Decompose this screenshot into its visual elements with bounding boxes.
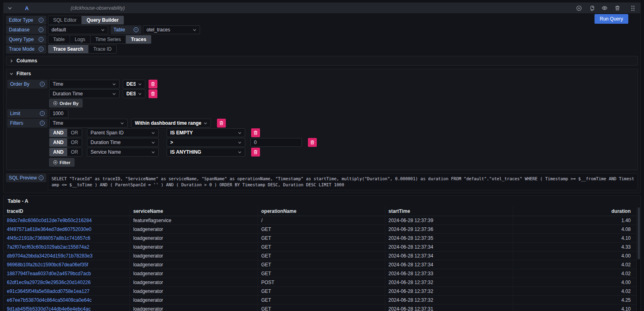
service-name-cell: loadgenerator xyxy=(130,287,258,295)
filter-field-select[interactable]: Duration Time xyxy=(87,138,159,147)
plus-circle-icon xyxy=(53,101,58,105)
editor-type-query-builder[interactable]: Query Builder xyxy=(82,16,123,24)
trace-mode-trace-id[interactable]: Trace ID xyxy=(89,45,117,53)
remove-filter-button[interactable] xyxy=(308,138,317,147)
add-order-by-button[interactable]: Order By xyxy=(49,99,83,107)
remove-order-by-button[interactable] xyxy=(149,80,157,89)
column-header-duration[interactable]: duration xyxy=(513,206,636,216)
info-icon[interactable] xyxy=(39,27,43,32)
filter-operator-select[interactable]: IS ANYTHING xyxy=(167,148,245,157)
column-header-operationname[interactable]: operationName xyxy=(258,206,385,216)
trace-id-link[interactable]: 1887794f7eaa6037d0e2a4579bcd7acb xyxy=(7,271,91,276)
filter-field-select[interactable]: Service Name xyxy=(87,148,159,157)
trace-id-link[interactable]: 7a2f07ecf63c60b1029ab2ac155874a2 xyxy=(7,244,89,250)
duplicate-icon[interactable] xyxy=(588,4,595,12)
hide-response-eye-icon[interactable] xyxy=(601,4,608,12)
bool-or-option[interactable]: OR xyxy=(67,129,82,137)
trace-id-link[interactable]: 96968b10fa2b2c1590bc67dea06ef35f xyxy=(7,262,88,268)
editor-type-sql-editor[interactable]: SQL Editor xyxy=(48,16,82,24)
query-ref-id[interactable]: A xyxy=(25,5,29,11)
editor-type-toggle: SQL Editor Query Builder xyxy=(48,16,124,25)
limit-label: Limit xyxy=(7,109,47,118)
column-header-starttime[interactable]: startTime xyxy=(385,206,513,216)
info-icon[interactable] xyxy=(40,82,45,87)
filter-field-select[interactable]: Parent Span ID xyxy=(87,128,159,137)
operation-name-cell: GET xyxy=(258,305,385,311)
order-by-field-select[interactable]: Time xyxy=(49,80,120,89)
trace-id-link[interactable]: db9704a2bbda34204d159c71b78283e3 xyxy=(7,253,93,259)
filters-section-header[interactable]: Filters xyxy=(6,69,638,78)
order-by-field-select[interactable]: Duration Time xyxy=(49,89,120,98)
database-select[interactable]: default xyxy=(48,25,108,34)
query-type-table[interactable]: Table xyxy=(48,35,70,43)
table-select[interactable]: otel_traces xyxy=(143,25,200,34)
limit-row: Limit xyxy=(7,109,637,118)
column-header-servicename[interactable]: serviceName xyxy=(130,206,258,216)
filter-operator-select[interactable]: > xyxy=(167,138,245,147)
info-icon[interactable] xyxy=(40,121,45,126)
trash-icon xyxy=(219,121,224,126)
trace-id-link[interactable]: 4f497571a618e364ed7ded60752030e0 xyxy=(7,227,91,232)
order-by-direction-select[interactable]: DESC xyxy=(123,80,145,89)
filter-operator-value: IS ANYTHING xyxy=(170,149,201,155)
remove-query-trash-icon[interactable] xyxy=(614,4,621,12)
query-type-logs[interactable]: Logs xyxy=(70,35,91,43)
sql-preview-row: SQL Preview SELECT "TraceId" as traceID,… xyxy=(6,173,638,190)
drag-handle-icon[interactable] xyxy=(629,4,636,12)
info-icon[interactable] xyxy=(39,175,43,180)
info-icon[interactable] xyxy=(40,111,45,116)
bool-and-option[interactable]: AND xyxy=(50,148,67,156)
info-icon[interactable] xyxy=(39,47,43,51)
run-query-button[interactable]: Run Query xyxy=(594,14,628,24)
trace-id-link[interactable]: e67ee7b53870d4c864ca50409ca0e64c xyxy=(7,297,92,303)
info-icon[interactable] xyxy=(134,27,138,32)
filter-operator-select[interactable]: Within dashboard time range xyxy=(131,119,211,128)
table-label-text: Table xyxy=(114,27,125,33)
bool-and-option[interactable]: AND xyxy=(50,129,67,137)
table-header-row: traceID serviceName operationName startT… xyxy=(4,206,636,216)
start-time-cell: 2024-06-28 12:37:32 xyxy=(385,278,513,286)
add-filter-button[interactable]: Filter xyxy=(49,158,74,167)
filter-value-input[interactable] xyxy=(250,138,302,147)
order-by-field-value: Time xyxy=(53,81,63,87)
order-by-field-value: Duration Time xyxy=(53,91,83,97)
chevron-down-icon xyxy=(151,131,155,135)
info-icon[interactable] xyxy=(39,37,43,42)
chevron-right-icon xyxy=(10,59,13,63)
trace-id-link[interactable]: 62df1ec9a29728c9e29536c20d140226 xyxy=(7,280,91,285)
collapse-query-chevron-icon[interactable] xyxy=(8,6,12,10)
query-editor-body: Run Query Editor Type SQL Editor Query B… xyxy=(4,13,640,193)
limit-input[interactable] xyxy=(49,109,68,118)
remove-filter-button[interactable] xyxy=(217,119,226,128)
datasource-help-icon[interactable] xyxy=(575,4,582,12)
scrollbar-thumb[interactable] xyxy=(638,207,640,260)
columns-section: Columns xyxy=(6,56,638,66)
bool-or-option[interactable]: OR xyxy=(67,138,82,146)
time-filter-row: Filters Time Within dashboard time range xyxy=(7,119,637,128)
order-by-direction-select[interactable]: DESC xyxy=(123,89,145,98)
trace-id-link[interactable]: 9d1ab45f5b5330d7c44db4e6e4ebc4ac xyxy=(7,306,91,311)
filter-field-select[interactable]: Time xyxy=(49,119,128,128)
columns-section-header[interactable]: Columns xyxy=(6,56,638,65)
filter-operator-select[interactable]: IS EMPTY xyxy=(167,128,245,137)
filter-condition-row: AND OR Parent Span ID IS EMPTY xyxy=(49,128,637,137)
trace-mode-trace-search[interactable]: Trace Search xyxy=(48,45,89,53)
table-panel: Table - A traceID serviceName operationN… xyxy=(3,196,641,311)
trace-id-link[interactable]: 4f45c21918c73698057a8b1c741657c6 xyxy=(7,235,91,241)
order-by-direction-value: DESC xyxy=(126,81,136,87)
operation-name-cell: GET xyxy=(258,296,385,304)
trace-id-link[interactable]: e91c3645f04fa5e58adcd0758e1ea127 xyxy=(7,288,90,294)
remove-filter-button[interactable] xyxy=(251,128,260,137)
trace-id-link[interactable]: 89dc7e8c6060c0d12de7e9b50c216284 xyxy=(7,218,92,223)
bool-or-option[interactable]: OR xyxy=(67,148,82,156)
database-value: default xyxy=(52,27,66,33)
query-type-time-series[interactable]: Time Series xyxy=(91,35,126,43)
service-name-cell: loadgenerator xyxy=(130,225,258,233)
column-header-traceid[interactable]: traceID xyxy=(4,206,130,216)
bool-and-option[interactable]: AND xyxy=(50,138,67,146)
query-type-traces[interactable]: Traces xyxy=(126,35,151,43)
remove-order-by-button[interactable] xyxy=(149,89,157,98)
panel-title[interactable]: Table - A xyxy=(4,196,640,206)
info-icon[interactable] xyxy=(39,18,43,23)
remove-filter-button[interactable] xyxy=(251,148,260,157)
